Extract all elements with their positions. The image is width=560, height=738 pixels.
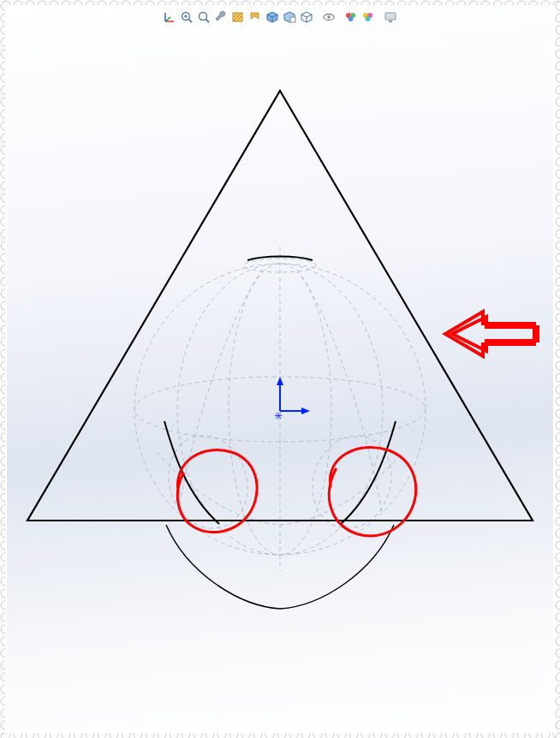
appearances-button[interactable] bbox=[343, 9, 359, 25]
svg-line-10 bbox=[189, 20, 193, 23]
svg-marker-48 bbox=[301, 408, 310, 414]
svg-rect-5 bbox=[555, 0, 560, 738]
svg-rect-33 bbox=[385, 13, 396, 20]
annotation-arrow bbox=[445, 312, 538, 356]
scene-button[interactable] bbox=[360, 9, 376, 25]
zoom-to-fit-button[interactable] bbox=[179, 9, 194, 25]
origin-triad: ✳ bbox=[274, 377, 310, 422]
edit-appearance-button[interactable] bbox=[299, 9, 314, 25]
cube-solid-icon bbox=[265, 10, 279, 24]
svg-point-29 bbox=[349, 16, 354, 21]
svg-rect-2 bbox=[0, 0, 560, 5]
svg-point-42 bbox=[301, 426, 403, 539]
svg-rect-3 bbox=[0, 733, 560, 738]
dynamic-annotation-button[interactable] bbox=[247, 9, 263, 25]
previous-view-button[interactable] bbox=[213, 9, 229, 25]
svg-point-13 bbox=[200, 13, 207, 21]
view-settings-button[interactable] bbox=[383, 9, 398, 25]
cube-card-icon bbox=[283, 10, 296, 24]
svg-line-14 bbox=[206, 20, 210, 23]
palette-icon bbox=[344, 10, 358, 24]
display-style-button[interactable] bbox=[265, 9, 280, 25]
origin-marker: ✳ bbox=[274, 410, 283, 422]
ribbon-icon bbox=[248, 10, 262, 24]
app-frame: ✳ bbox=[0, 0, 560, 738]
eye-icon bbox=[322, 10, 336, 24]
wrench-icon bbox=[214, 10, 228, 24]
palette2-icon bbox=[361, 10, 375, 24]
toolbar-separator bbox=[338, 11, 342, 23]
magnifier-icon bbox=[197, 10, 211, 24]
svg-marker-46 bbox=[277, 377, 283, 385]
section-view-button[interactable] bbox=[230, 9, 246, 25]
view-visibility-button[interactable] bbox=[321, 9, 337, 25]
scene-canvas[interactable]: ✳ bbox=[7, 7, 553, 731]
svg-rect-34 bbox=[389, 21, 392, 22]
toolbar-separator bbox=[316, 11, 319, 23]
triad-icon bbox=[163, 10, 176, 24]
view-orientation-button[interactable] bbox=[162, 9, 177, 25]
monitor-icon bbox=[384, 10, 397, 24]
hatch-icon bbox=[231, 10, 245, 24]
svg-rect-22 bbox=[290, 17, 295, 22]
svg-point-26 bbox=[327, 15, 331, 19]
cube-outline-icon bbox=[300, 10, 313, 24]
toolbar-separator bbox=[378, 11, 381, 23]
zoom-window-button[interactable] bbox=[196, 9, 211, 25]
viewport[interactable]: ✳ bbox=[7, 7, 553, 731]
hide-show-button[interactable] bbox=[282, 9, 297, 25]
magnifier-plus-icon bbox=[180, 10, 194, 24]
heads-up-toolbar bbox=[160, 9, 400, 26]
svg-point-32 bbox=[366, 16, 371, 21]
svg-rect-4 bbox=[0, 0, 5, 738]
